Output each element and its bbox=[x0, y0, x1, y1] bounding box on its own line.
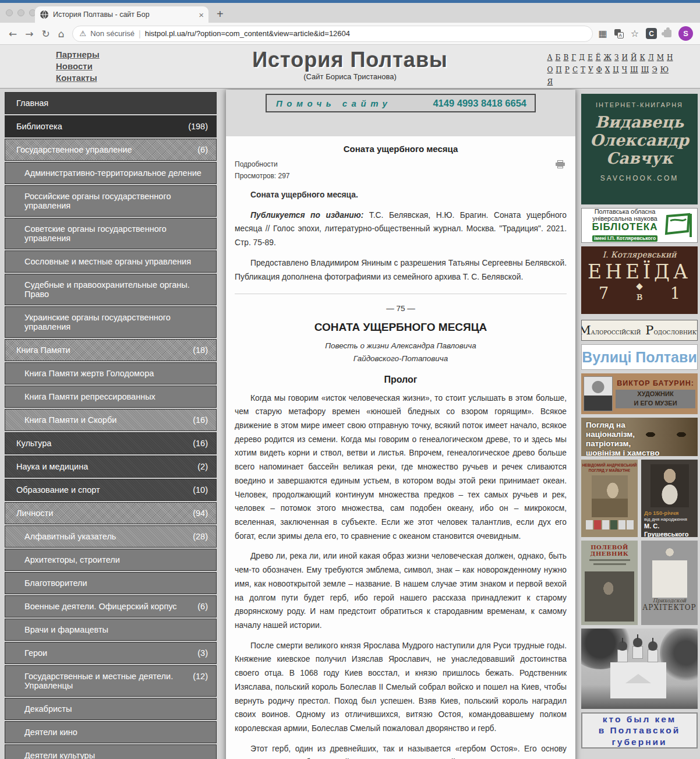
alphabet-letter-link[interactable]: Я bbox=[547, 76, 553, 88]
banner-vulytsi-poltavy[interactable]: Вулиці Полтави bbox=[581, 344, 698, 370]
alphabet-letter-link[interactable]: Э bbox=[652, 64, 657, 76]
banner-hrushevsky-150[interactable]: До 150-річчя від дня народження М. С. Гр… bbox=[641, 460, 698, 537]
alphabet-letter-link[interactable]: К bbox=[639, 52, 645, 63]
banner-rodoslovnik[interactable]: Малороссійскій Родословникъ bbox=[581, 320, 698, 341]
sidebar-item[interactable]: (3)Герои bbox=[5, 642, 217, 664]
hrushevsky-portrait bbox=[650, 464, 689, 507]
sidebar-item[interactable]: Архитекторы, строители bbox=[5, 549, 217, 571]
alphabet-letter-link[interactable]: Х bbox=[605, 64, 610, 76]
eneida-title: ЕНЕЇДА bbox=[581, 260, 698, 283]
sidebar-item[interactable]: (16)Культура bbox=[5, 432, 217, 454]
banner-eneida-book[interactable]: І. Котляревський ЕНЕЇДА 7 ◆ в 1 bbox=[581, 246, 698, 314]
sidebar-item[interactable]: Благотворители bbox=[5, 572, 217, 594]
sidebar-item[interactable]: (6)Военные деятели. Офицерский корпус bbox=[5, 595, 217, 617]
banner-savchuk-bookstore[interactable]: ІНТЕРНЕТ-КНИГАРНЯ Видавець Олександр Сав… bbox=[581, 94, 698, 204]
alphabet-letter-link[interactable]: У bbox=[588, 64, 593, 76]
views-count: Просмотров: 297 bbox=[235, 170, 567, 182]
sidebar-item[interactable]: Врачи и фармацевты bbox=[5, 619, 217, 641]
extension-c-icon[interactable]: C bbox=[646, 28, 657, 39]
article-subheading: Повесть о жизни Александра Павловича Гай… bbox=[235, 340, 567, 365]
banner-viktor-baturyn[interactable]: ВИКТОР БАТУРИН: ХУДОЖНИК И ЕГО МУЗЕИ bbox=[581, 373, 698, 414]
alphabet-letter-link[interactable]: И bbox=[621, 52, 627, 63]
apps-grid-icon[interactable]: ▦ bbox=[599, 28, 607, 39]
alphabet-letter-link[interactable]: Ц bbox=[613, 64, 618, 76]
sidebar-item[interactable]: (6)Государственное управление bbox=[5, 139, 217, 161]
back-icon[interactable]: ← bbox=[9, 28, 17, 40]
window-minimize-button[interactable] bbox=[17, 9, 24, 16]
address-bar[interactable]: ⚠ Non sécurisé | histpol.pl.ua/ru/?optio… bbox=[72, 26, 593, 42]
bookmark-star-icon[interactable]: ☆ bbox=[631, 28, 639, 39]
alphabet-letter-link[interactable]: О bbox=[547, 64, 553, 76]
window-close-button[interactable] bbox=[6, 9, 13, 16]
sidebar-item[interactable]: (18)Книга Памяти bbox=[5, 339, 217, 361]
alphabet-letter-link[interactable]: Д bbox=[579, 52, 585, 63]
sidebar-item[interactable]: Деятели культуры bbox=[5, 744, 217, 759]
banner-pohliad-nationalism[interactable]: Погляд на націоналізм, патріотизм, шовін… bbox=[581, 418, 698, 456]
alphabet-letter-link[interactable]: М bbox=[657, 52, 664, 63]
alphabet-letter-link[interactable]: В bbox=[563, 52, 568, 63]
banner-kto-byl-kem[interactable]: кто был кем в Полтавской губернии bbox=[581, 712, 698, 749]
sidebar-item[interactable]: Деятели кино bbox=[5, 721, 217, 743]
banner-polevoy-dnevnik[interactable]: ПОЛЕВОЙ ДНЕВНИК bbox=[581, 541, 638, 625]
url-text[interactable]: histpol.pl.ua/ru/?option=com_content&vie… bbox=[145, 29, 350, 38]
alphabet-letter-link[interactable]: А bbox=[547, 52, 553, 63]
arkhitektor-figure bbox=[652, 544, 687, 598]
translate-icon[interactable]: A bbox=[614, 29, 624, 38]
security-warning-icon[interactable]: ⚠ bbox=[80, 29, 87, 38]
alphabet-letter-link[interactable]: Ш bbox=[630, 64, 638, 76]
alphabet-letter-link[interactable]: Ж bbox=[604, 52, 611, 63]
sidebar-item[interactable]: Сословные и местные органы управления bbox=[5, 250, 217, 273]
sidebar-item[interactable]: (94)Личности bbox=[5, 502, 217, 524]
alphabet-letter-link[interactable]: Н bbox=[667, 52, 673, 63]
alphabet-letter-link[interactable]: Г bbox=[571, 52, 576, 63]
sidebar-item[interactable]: Книга Памяти репрессированных bbox=[5, 386, 217, 408]
alphabet-letter-link[interactable]: Ф bbox=[596, 64, 602, 76]
alphabet-row-1: АБВГДЕЁЖЗИЙКЛМН bbox=[546, 51, 677, 63]
alphabet-letter-link[interactable]: Ю bbox=[660, 64, 669, 76]
banner-church-photo[interactable] bbox=[581, 629, 698, 709]
sidebar-item[interactable]: Главная bbox=[5, 92, 217, 114]
sidebar-item[interactable]: Административно-территориальное деление bbox=[5, 162, 217, 184]
new-tab-button[interactable]: + bbox=[217, 8, 224, 21]
sidebar-item[interactable]: Российские органы государственного управ… bbox=[5, 185, 217, 217]
extensions-puzzle-icon[interactable] bbox=[664, 30, 671, 37]
alphabet-letter-link[interactable]: Й bbox=[631, 52, 637, 63]
reload-icon[interactable]: ↻ bbox=[42, 28, 50, 40]
alphabet-letter-link[interactable]: Ё bbox=[596, 52, 601, 63]
sidebar-item[interactable]: (198)Библиотека bbox=[5, 115, 217, 137]
profile-avatar[interactable]: S bbox=[678, 26, 693, 41]
tab-close-icon[interactable]: × bbox=[199, 10, 204, 19]
sidebar-item[interactable]: (12)Государственные и местные деятели. У… bbox=[5, 665, 217, 697]
sidebar-item[interactable]: Советские органы государственного управл… bbox=[5, 218, 217, 249]
alphabet-letter-link[interactable]: Т bbox=[581, 64, 585, 76]
alphabet-letter-link[interactable]: Б bbox=[556, 52, 561, 63]
sidebar-item-label: Военные деятели. Офицерский корпус bbox=[24, 602, 177, 611]
sidebar-item[interactable]: (10)Образование и спорт bbox=[5, 479, 217, 501]
alphabet-letter-link[interactable]: П bbox=[556, 64, 561, 76]
baturyn-portrait bbox=[584, 376, 613, 411]
browser-tab[interactable]: История Полтавы - сайт Бор × bbox=[35, 6, 208, 23]
alphabet-letter-link[interactable]: Ч bbox=[622, 64, 627, 76]
sidebar-item[interactable]: Судебные и правоохранительные органы. Пр… bbox=[5, 274, 217, 305]
sidebar-item-label: Личности bbox=[16, 509, 53, 518]
sidebar-item-label: Образование и спорт bbox=[16, 485, 100, 495]
sidebar-item[interactable]: (2)Наука и медицина bbox=[5, 456, 217, 478]
banner-poltava-library[interactable]: Полтавська обласна універсальна наукова … bbox=[581, 208, 698, 243]
sidebar-item[interactable]: Книга Памяти жертв Голодомора bbox=[5, 362, 217, 384]
alphabet-letter-link[interactable]: Щ bbox=[641, 64, 649, 76]
forward-icon[interactable]: → bbox=[25, 28, 33, 40]
alphabet-letter-link[interactable]: Е bbox=[588, 52, 593, 63]
sidebar-item[interactable]: (16)Книга Памяти и Скорби bbox=[5, 409, 217, 431]
sidebar-item-label: Деятели кино bbox=[24, 728, 77, 737]
sidebar-item[interactable]: Украинские органы государственного управ… bbox=[5, 306, 217, 338]
sidebar-item[interactable]: Декабристы bbox=[5, 698, 217, 720]
alphabet-letter-link[interactable]: Р bbox=[565, 64, 570, 76]
sidebar-item[interactable]: (28)Алфавитный указатель bbox=[5, 525, 217, 548]
alphabet-letter-link[interactable]: С bbox=[572, 64, 578, 76]
alphabet-letter-link[interactable]: З bbox=[614, 52, 618, 63]
banner-nevidomyi-andriyevsky[interactable]: НЕВІДОМИЙ АНДРІЄВСЬКИЙ ПОГЛЯД У МАЙБУТНЄ bbox=[581, 460, 638, 537]
alphabet-letter-link[interactable]: Л bbox=[648, 52, 654, 63]
home-icon[interactable]: ⌂ bbox=[58, 28, 65, 40]
print-icon[interactable] bbox=[555, 160, 565, 168]
banner-prykhodskyi-arkhitektor[interactable]: Приходской АРХІТЕКТОР bbox=[641, 541, 698, 625]
